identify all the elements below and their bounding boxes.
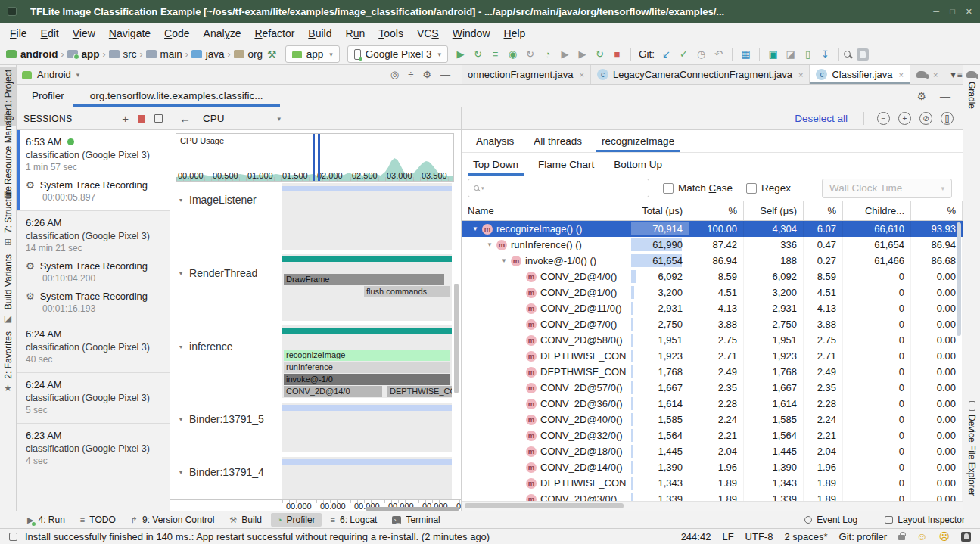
sidebar-item-2-favorites[interactable]: 2: Favorites★ [0, 328, 16, 396]
breadcrumb-app[interactable]: app [67, 48, 100, 60]
tool-window-button-layout-inspector[interactable]: Layout Inspector [879, 513, 971, 527]
trace-span-depthwise-conv[interactable]: DEPTHWISE_CONV_... [387, 386, 452, 397]
column-header-childre[interactable]: Childre... [843, 201, 911, 220]
subtab-flame-chart[interactable]: Flame Chart [530, 153, 602, 176]
table-row[interactable]: mCONV_2D@32/0()1,5642.211,5642.2100.00 [462, 427, 963, 443]
table-row[interactable]: mDEPTHWISE_CON1,7682.491,7682.4900.00 [462, 364, 963, 380]
search-everywhere-icon[interactable] [844, 51, 851, 58]
table-row[interactable]: mCONV_2D@7/0()2,7503.882,7503.8800.00 [462, 316, 963, 332]
column-header-name[interactable]: Name [462, 201, 630, 220]
settings-gear-icon[interactable]: ⚙ [422, 69, 431, 80]
trace-recording-item[interactable]: ⚙System Trace Recording [26, 179, 162, 191]
menu-vcs[interactable]: VCS [410, 24, 446, 42]
settings-gear-icon[interactable]: ⚙ [916, 90, 926, 102]
thread-inference[interactable]: ▾inference [179, 340, 233, 353]
window-menu-icon[interactable] [8, 7, 17, 16]
selection-handle[interactable] [313, 134, 315, 181]
encoding-indicator[interactable]: UTF-8 [745, 531, 773, 542]
breadcrumb-java[interactable]: java [191, 48, 225, 60]
device-dropdown[interactable]: Google Pixel 3 ▾ [347, 45, 448, 63]
collapse-all-icon[interactable]: ÷ [408, 69, 413, 80]
column-header-item[interactable]: % [911, 201, 963, 220]
table-row[interactable]: mCONV_2D@40/0()1,5852.241,5852.2400.00 [462, 412, 963, 427]
tool-window-button-9-version-control[interactable]: ↱9: Version Control [125, 513, 221, 527]
profiler-view-dropdown[interactable]: CPU ▾ [203, 113, 281, 124]
sidebar-item-build-variants[interactable]: Build Variants◪ [0, 251, 16, 327]
git-history-button[interactable]: ◷ [692, 45, 710, 64]
tab-all-threads[interactable]: All threads [525, 130, 590, 152]
sidebar-item-gradle[interactable]: Gradle [963, 68, 980, 112]
trace-span-recognizeimage[interactable]: recognizeImage [284, 350, 450, 361]
git-rollback-button[interactable]: ↶ [710, 45, 727, 64]
expand-arrow-icon[interactable]: ▼ [472, 225, 482, 232]
close-icon[interactable]: × [579, 70, 583, 79]
menu-tools[interactable]: Tools [372, 24, 410, 42]
avatar[interactable] [857, 48, 869, 61]
tool-window-button-terminal[interactable]: ›_Terminal [386, 513, 446, 527]
add-session-button[interactable]: + [122, 112, 129, 125]
table-row[interactable]: mDEPTHWISE_CON1,3431.891,3431.8900.00 [462, 475, 963, 491]
tab-legacycameraconnectionfragment-java[interactable]: cLegacyCameraConnectionFragment.java× [591, 65, 810, 84]
session-card[interactable]: 6:53 AMclassification (Google Pixel 3)1 … [17, 130, 170, 211]
tool-window-button-4-run[interactable]: ▶4: Run [21, 513, 71, 527]
menu-window[interactable]: Window [446, 24, 497, 42]
reset-zoom-button[interactable]: ⊘ [919, 112, 932, 125]
table-row[interactable]: mCONV_2D@14/0()1,3901.961,3901.9600.00 [462, 459, 963, 475]
table-row[interactable]: mCONV_2D@58/0()1,9512.751,9512.7500.00 [462, 332, 963, 348]
locate-file-icon[interactable]: ◎ [390, 69, 399, 80]
tab-recognizeimage[interactable]: recognizeImage [593, 130, 683, 152]
back-arrow-icon[interactable]: ← [179, 112, 191, 125]
import-session-button[interactable] [154, 114, 163, 123]
close-icon[interactable]: × [899, 70, 904, 79]
subtab-top-down[interactable]: Top Down [465, 153, 527, 176]
lock-icon[interactable] [898, 535, 905, 540]
zoom-in-button[interactable]: + [898, 112, 911, 125]
table-row[interactable]: mDEPTHWISE_CON1,9232.711,9232.7100.00 [462, 348, 963, 364]
table-row[interactable]: ▼minvoke@-1/0() ()61,65486.941880.2761,4… [462, 253, 963, 269]
thread-binder-13791-5[interactable]: ▾Binder:13791_5 [179, 413, 264, 425]
vertical-scrollbar[interactable] [957, 222, 961, 336]
table-row[interactable]: mCONV_2D@18/0()1,4452.041,4452.0400.00 [462, 443, 963, 459]
zoom-to-selection-button[interactable]: [] [941, 112, 954, 125]
column-header-self-s[interactable]: Self (μs) [744, 201, 804, 220]
menu-navigate[interactable]: Navigate [102, 24, 157, 42]
tool-window-button-todo[interactable]: ≡TODO [74, 513, 122, 527]
table-row[interactable]: ▼mrecognizeImage() ()70,914100.004,3046.… [462, 221, 963, 237]
regex-checkbox[interactable]: Regex [746, 182, 791, 194]
run-button[interactable]: ▶ [452, 45, 469, 64]
thread-binder-13791-4[interactable]: ▾Binder:13791_4 [179, 466, 264, 478]
sidebar-item-device-file-explorer[interactable]: Device File Explorer [963, 398, 980, 499]
tool-window-button-event-log[interactable]: Event Log [798, 513, 863, 527]
tab-analysis[interactable]: Analysis [468, 130, 522, 152]
build-hammer-icon[interactable]: ⚒ [267, 48, 277, 61]
trace-span-runinference[interactable]: runInference [284, 362, 450, 373]
zoom-out-button[interactable]: − [877, 112, 890, 125]
cpu-usage-chart[interactable]: CPU Usage 00.00000.50001.00001.50002.000… [176, 133, 454, 182]
thread-imagelistener[interactable]: ▾ImageListener [179, 194, 257, 206]
caret-position[interactable]: 244:42 [681, 531, 711, 542]
trace-span-invoke-1-0[interactable]: invoke@-1/0 [284, 374, 450, 385]
minimize-button[interactable]: ─ [933, 7, 939, 17]
table-row[interactable]: mCONV_2D@1/0()3,2004.513,2004.5100.00 [462, 284, 963, 300]
session-card[interactable]: 6:24 AMclassification (Google Pixel 3)40… [17, 322, 170, 373]
close-button[interactable]: ✕ [966, 7, 972, 17]
menu-code[interactable]: Code [157, 24, 196, 42]
tab-list-dropdown[interactable]: ▾≡4 [944, 65, 963, 84]
menu-view[interactable]: View [66, 24, 102, 42]
trace-span-conv-2d-14-0[interactable]: CONV_2D@14/0 [284, 386, 382, 397]
subtab-bottom-up[interactable]: Bottom Up [605, 153, 670, 176]
vertical-scrollbar[interactable] [454, 284, 459, 393]
horizontal-scrollbar[interactable] [465, 503, 624, 508]
column-header-item[interactable]: % [689, 201, 744, 220]
project-view-selector[interactable]: Android [37, 69, 71, 80]
tab-onnectionfragment-java[interactable]: onnectionFragment.java× [462, 65, 591, 84]
git-update-button[interactable]: ↙ [658, 45, 675, 64]
hide-panel-icon[interactable]: — [940, 90, 950, 102]
profiler-session-tab[interactable]: org.tensorflow.lite.examples.classific..… [73, 85, 280, 107]
attach-debugger-button[interactable]: ↻ [521, 45, 539, 64]
table-row[interactable]: mCONV_2D@11/0()2,9314.132,9314.1300.00 [462, 300, 963, 316]
git-branch-indicator[interactable]: Git: profiler [839, 531, 888, 542]
project-structure-button[interactable]: ▦ [737, 45, 754, 64]
table-row[interactable]: mCONV_2D@36/0()1,6142.281,6142.2800.00 [462, 396, 963, 412]
run-device-button[interactable]: ▣ [764, 45, 782, 64]
